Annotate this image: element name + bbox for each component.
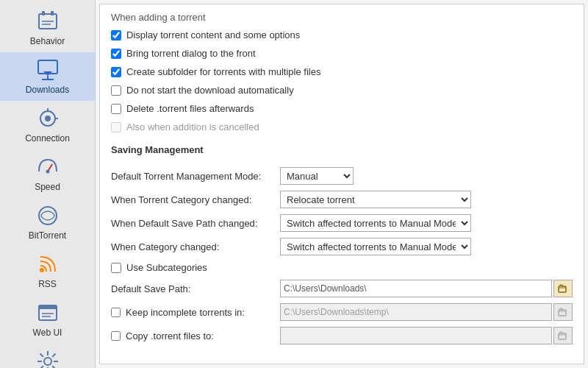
label-default-mode: Default Torrent Management Mode: — [111, 171, 280, 182]
browse-btn-copy-torrent — [553, 327, 573, 344]
form-row-category-changed2: When Category changed: Switch affected t… — [111, 238, 573, 255]
label-category-changed: When Torrent Category changed: — [111, 194, 280, 205]
label-bring-front: Bring torrent dialog to the front — [126, 48, 256, 59]
svg-rect-30 — [559, 286, 566, 292]
svg-rect-31 — [559, 310, 566, 316]
sidebar-item-connection[interactable]: Connection — [0, 101, 95, 149]
label-default-save-path: Default Save Path: — [111, 283, 280, 294]
checkbox-display-content[interactable] — [111, 30, 121, 40]
input-copy-torrent — [280, 327, 552, 344]
checkbox-row-no-auto-start: Do not start the download automatically — [111, 84, 573, 96]
svg-rect-1 — [42, 11, 45, 15]
select-default-mode[interactable]: Manual Automatic — [280, 167, 354, 185]
svg-point-21 — [44, 358, 51, 365]
label-delete-torrent: Delete .torrent files afterwards — [126, 103, 254, 114]
checkbox-also-cancelled[interactable] — [111, 122, 121, 132]
input-default-save-path[interactable] — [280, 280, 552, 297]
sidebar-label-webui: Web UI — [33, 328, 62, 338]
sidebar-item-downloads[interactable]: Downloads — [0, 52, 95, 101]
sidebar-label-connection: Connection — [25, 133, 70, 144]
checkbox-row-bring-front: Bring torrent dialog to the front — [111, 47, 573, 60]
select-save-path-changed[interactable]: Switch affected torrents to Manual Mode … — [280, 214, 471, 232]
label-subcategories: Use Subcategories — [126, 262, 207, 273]
input-keep-incomplete — [280, 303, 552, 321]
sidebar-label-behavior: Behavior — [30, 36, 65, 46]
svg-rect-18 — [39, 305, 57, 309]
svg-line-28 — [52, 354, 55, 357]
label-copy-torrent: Copy .torrent files to: — [126, 330, 214, 342]
browse-btn-keep-incomplete — [553, 303, 573, 321]
checkbox-keep-incomplete[interactable] — [111, 308, 121, 317]
sidebar-label-speed: Speed — [35, 182, 60, 192]
form-row-default-mode: Default Torrent Management Mode: Manual … — [111, 167, 573, 185]
select-category-changed[interactable]: Relocate torrent Switch affected torrent… — [280, 191, 471, 208]
downloads-icon — [36, 58, 60, 82]
svg-point-16 — [40, 268, 44, 272]
checkbox-no-auto-start[interactable] — [111, 85, 121, 96]
saving-management-title: Saving Management — [111, 144, 573, 158]
connection-icon — [36, 107, 60, 130]
rss-icon — [36, 252, 60, 276]
label-save-path-changed: When Default Save Path changed: — [111, 218, 280, 229]
webui-icon — [36, 301, 60, 325]
control-category-changed2: Switch affected torrents to Manual Mode … — [280, 238, 573, 255]
svg-rect-32 — [559, 333, 566, 339]
sidebar-item-rss[interactable]: RSS — [0, 247, 95, 295]
checkbox-row-also-cancelled: Also when addition is cancelled — [111, 121, 573, 133]
select-category-changed2[interactable]: Switch affected torrents to Manual Mode … — [280, 238, 471, 255]
control-default-mode: Manual Automatic — [280, 167, 573, 185]
sidebar-item-bittorrent[interactable]: BitTorrent — [0, 198, 95, 247]
path-row-keep-incomplete: Keep incomplete torrents in: — [111, 303, 573, 321]
form-row-category-changed: When Torrent Category changed: Relocate … — [111, 191, 573, 208]
label-create-subfolder: Create subfolder for torrents with multi… — [126, 66, 320, 77]
path-row-default-save: Default Save Path: — [111, 280, 573, 297]
sidebar-label-downloads: Downloads — [26, 85, 69, 95]
svg-line-26 — [40, 354, 43, 357]
behavior-icon — [36, 10, 60, 33]
saving-management-section: Saving Management Default Torrent Manage… — [111, 144, 573, 344]
checkbox-row-display-content: Display torrent content and some options — [111, 29, 573, 41]
checkbox-row-create-subfolder: Create subfolder for torrents with multi… — [111, 66, 573, 78]
main-content: When adding a torrent Display torrent co… — [96, 0, 588, 368]
checkbox-copy-torrent[interactable] — [111, 331, 121, 341]
label-no-auto-start: Do not start the download automatically — [126, 85, 294, 96]
form-row-save-path-changed: When Default Save Path changed: Switch a… — [111, 214, 573, 232]
label-category-changed2: When Category changed: — [111, 241, 280, 252]
svg-point-14 — [46, 170, 49, 174]
checkbox-delete-torrent[interactable] — [111, 104, 121, 114]
checkbox-row-delete-torrent: Delete .torrent files afterwards — [111, 102, 573, 115]
label-also-cancelled: Also when addition is cancelled — [126, 121, 259, 132]
sidebar-item-behavior[interactable]: Behavior — [0, 4, 95, 52]
label-display-content: Display torrent content and some options — [126, 29, 300, 40]
svg-point-10 — [45, 116, 51, 121]
sidebar-item-speed[interactable]: Speed — [0, 149, 95, 198]
sidebar-label-rss: RSS — [38, 279, 57, 289]
bittorrent-icon — [36, 204, 60, 227]
advanced-icon — [36, 350, 60, 368]
sidebar-item-webui[interactable]: Web UI — [0, 295, 95, 344]
checkbox-subcategories[interactable] — [111, 263, 121, 273]
svg-rect-2 — [51, 11, 54, 15]
label-keep-incomplete: Keep incomplete torrents in: — [126, 307, 245, 318]
content-panel: When adding a torrent Display torrent co… — [99, 4, 584, 364]
control-category-changed: Relocate torrent Switch affected torrent… — [280, 191, 573, 208]
sidebar: Behavior Downloads Connection — [0, 0, 96, 368]
checkbox-create-subfolder[interactable] — [111, 67, 121, 77]
when-adding-label: When adding a torrent — [111, 12, 573, 23]
path-row-copy-torrent: Copy .torrent files to: — [111, 327, 573, 344]
checkbox-row-subcategories: Use Subcategories — [111, 261, 573, 274]
speed-icon — [36, 155, 60, 179]
checkbox-bring-front[interactable] — [111, 49, 121, 59]
browse-btn-default-save[interactable] — [553, 280, 573, 297]
sidebar-label-bittorrent: BitTorrent — [29, 230, 66, 241]
sidebar-item-advanced[interactable]: Advanced — [0, 344, 95, 368]
control-save-path-changed: Switch affected torrents to Manual Mode … — [280, 214, 573, 232]
